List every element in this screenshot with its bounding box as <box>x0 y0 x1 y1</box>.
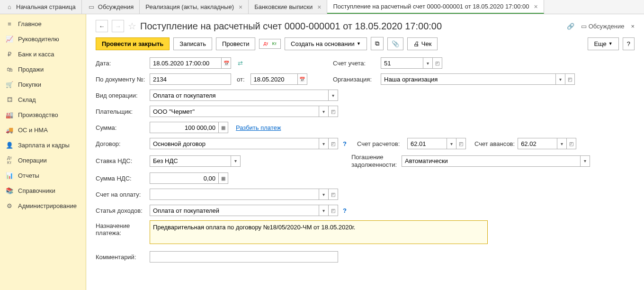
advance-input[interactable] <box>518 138 557 149</box>
contract-input[interactable] <box>150 138 319 149</box>
help-button[interactable]: ? <box>623 37 635 50</box>
account-input[interactable] <box>381 57 423 69</box>
favorite-icon[interactable]: ☆ <box>128 20 136 32</box>
create-based-button[interactable]: Создать на основании ▼ <box>285 37 367 50</box>
open-icon[interactable]: ◰ <box>329 138 338 149</box>
sidebar-item-operations[interactable]: ДтКтОперации <box>0 153 86 168</box>
dropdown-icon[interactable]: ▾ <box>319 138 329 149</box>
nav-back-button[interactable]: ← <box>96 20 108 32</box>
open-icon[interactable]: ◰ <box>456 138 466 149</box>
sidebar-label: Продажи <box>18 66 44 73</box>
transfer-icon[interactable]: ⇄ <box>238 60 243 67</box>
dropdown-icon[interactable]: ▾ <box>581 155 590 167</box>
sidebar-item-bank[interactable]: ₽Банк и касса <box>0 46 86 62</box>
dropdown-icon[interactable]: ▾ <box>319 106 329 117</box>
dropdown-icon[interactable]: ▾ <box>319 205 329 216</box>
link-icon[interactable]: 🔗 <box>567 23 574 30</box>
post-button[interactable]: Провести <box>216 37 256 50</box>
open-icon[interactable]: ◰ <box>329 106 338 117</box>
income-input[interactable] <box>150 205 319 216</box>
close-icon[interactable]: × <box>317 3 321 11</box>
debt-input[interactable] <box>402 155 581 167</box>
open-icon[interactable]: ◰ <box>433 57 442 69</box>
nav-forward-button[interactable]: → <box>112 20 124 32</box>
from-date-input[interactable] <box>250 73 298 85</box>
sidebar-item-admin[interactable]: ⚙Администрирование <box>0 198 86 213</box>
vat-sum-input[interactable] <box>150 172 219 184</box>
tab-bank-statements[interactable]: Банковские выписки × <box>249 0 327 14</box>
settlement-input[interactable] <box>407 138 447 149</box>
invoice-input[interactable] <box>150 189 319 200</box>
open-icon[interactable]: ◰ <box>329 189 338 200</box>
sidebar-item-purchases[interactable]: 🛒Покупки <box>0 77 86 92</box>
advance-label: Счет авансов: <box>474 140 515 147</box>
payer-input[interactable] <box>150 106 319 117</box>
more-button[interactable]: Еще ▼ <box>588 37 618 50</box>
sidebar-item-warehouse[interactable]: ⚃Склад <box>0 92 86 107</box>
close-icon[interactable]: × <box>239 3 242 11</box>
discussion-button[interactable]: ▭ Обсуждение <box>581 23 624 30</box>
open-icon[interactable]: ◰ <box>329 205 338 216</box>
sidebar-item-main[interactable]: ≡Главное <box>0 16 86 31</box>
structure-button[interactable]: ⧉ <box>371 37 384 50</box>
sidebar-label: Производство <box>18 111 58 118</box>
attach-button[interactable]: 📎 <box>387 37 403 50</box>
cart-icon: 🛒 <box>6 81 13 88</box>
check-button[interactable]: 🖨 Чек <box>407 37 438 50</box>
dropdown-icon[interactable]: ▾ <box>423 57 433 69</box>
sidebar-item-manager[interactable]: 📈Руководителю <box>0 31 86 46</box>
report-icon: 📊 <box>6 172 13 179</box>
vat-sum-label: Сумма НДС: <box>96 175 147 182</box>
person-icon: 👤 <box>6 141 13 149</box>
menu-icon: ≡ <box>6 20 13 27</box>
calculator-icon[interactable]: ▦ <box>219 122 228 133</box>
sidebar-item-hr[interactable]: 👤Зарплата и кадры <box>0 137 86 153</box>
date-input[interactable] <box>150 57 222 69</box>
dropdown-icon[interactable]: ▾ <box>319 189 329 200</box>
optype-input[interactable] <box>150 90 329 101</box>
account-label: Счет учета: <box>333 60 378 67</box>
sidebar-item-assets[interactable]: 🚚ОС и НМА <box>0 122 86 137</box>
sum-label: Сумма: <box>96 124 147 131</box>
dtkt-button[interactable]: ДтКт <box>259 39 281 49</box>
help-icon[interactable]: ? <box>343 207 347 214</box>
vat-rate-input[interactable] <box>150 155 231 167</box>
dropdown-icon[interactable]: ▾ <box>557 138 567 149</box>
dropdown-icon[interactable]: ▾ <box>447 138 456 149</box>
tab-home[interactable]: ⌂ Начальная страница <box>0 0 82 14</box>
purpose-textarea[interactable] <box>150 220 488 244</box>
help-icon[interactable]: ? <box>343 140 347 147</box>
tab-label: Обсуждения <box>98 3 134 10</box>
docnum-input[interactable] <box>150 73 231 85</box>
record-button[interactable]: Записать <box>173 37 212 50</box>
comment-input[interactable] <box>150 251 338 263</box>
home-icon: ⌂ <box>6 3 13 11</box>
sidebar-item-production[interactable]: 🏭Производство <box>0 107 86 122</box>
calculator-icon[interactable]: ▦ <box>219 172 228 184</box>
dropdown-icon[interactable]: ▾ <box>231 155 241 167</box>
close-icon[interactable]: × <box>631 23 635 30</box>
org-input[interactable] <box>381 73 556 85</box>
main-content: ← → ☆ Поступление на расчетный счет 0000… <box>86 14 644 290</box>
tab-discussions[interactable]: ▭ Обсуждения <box>82 0 140 14</box>
dropdown-icon[interactable]: ▾ <box>556 73 565 85</box>
calendar-icon[interactable]: 📅 <box>222 57 231 69</box>
sidebar-item-catalogs[interactable]: 📚Справочники <box>0 183 86 198</box>
sum-input[interactable] <box>150 122 219 133</box>
sidebar-item-reports[interactable]: 📊Отчеты <box>0 168 86 183</box>
post-close-button[interactable]: Провести и закрыть <box>96 37 170 50</box>
ruble-icon: ₽ <box>6 50 13 58</box>
tab-receipt[interactable]: Поступление на расчетный счет 0000-00000… <box>327 0 544 14</box>
invoice-label: Счет на оплату: <box>96 191 147 198</box>
bag-icon: 🛍 <box>6 65 13 73</box>
open-icon[interactable]: ◰ <box>565 73 575 85</box>
boxes-icon: ⚃ <box>6 96 13 103</box>
dropdown-icon[interactable]: ▾ <box>329 90 338 101</box>
close-icon[interactable]: × <box>534 3 538 10</box>
split-payment-link[interactable]: Разбить платеж <box>236 124 281 131</box>
tab-realization[interactable]: Реализация (акты, накладные) × <box>140 0 249 14</box>
open-icon[interactable]: ◰ <box>567 138 576 149</box>
sidebar-item-sales[interactable]: 🛍Продажи <box>0 62 86 77</box>
calendar-icon[interactable]: 📅 <box>298 73 307 85</box>
settlement-label: Счет расчетов: <box>357 140 404 147</box>
